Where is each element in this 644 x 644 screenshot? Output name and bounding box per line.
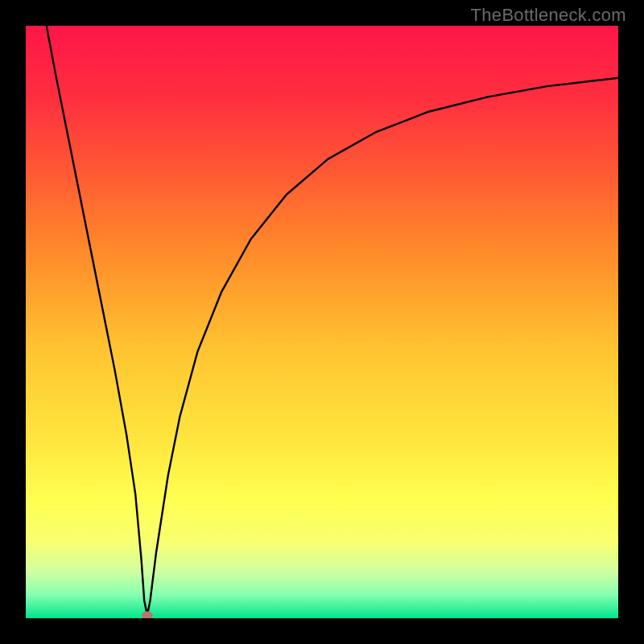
chart-svg xyxy=(26,26,618,618)
plot-area xyxy=(26,26,618,618)
watermark-text: TheBottleneck.com xyxy=(471,5,626,26)
chart-frame: TheBottleneck.com xyxy=(0,0,644,644)
chart-background xyxy=(26,26,618,618)
